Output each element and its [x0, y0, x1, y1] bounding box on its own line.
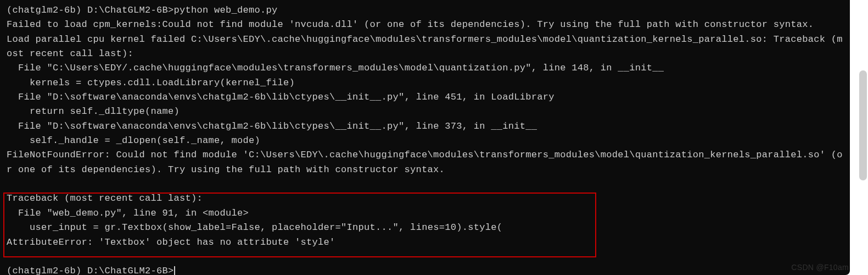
- terminal-output: (chatglm2-6b) D:\ChatGLM2-6B>python web_…: [7, 3, 843, 275]
- vertical-scrollbar[interactable]: [857, 0, 867, 275]
- terminal-line: AttributeError: 'Textbox' object has no …: [7, 237, 335, 248]
- terminal-line: FileNotFoundError: Could not find module…: [7, 150, 843, 174]
- terminal-line: File "D:\software\anaconda\envs\chatglm2…: [7, 92, 555, 102]
- terminal-line: File "C:\Users\EDY/.cache\huggingface\mo…: [7, 63, 664, 73]
- terminal-line: (chatglm2-6b) D:\ChatGLM2-6B>python web_…: [7, 5, 278, 15]
- terminal-line: Traceback (most recent call last):: [7, 193, 203, 204]
- terminal-line: Load parallel cpu kernel failed C:\Users…: [7, 34, 843, 59]
- terminal-line: user_input = gr.Textbox(show_label=False…: [7, 222, 502, 233]
- terminal-line: File "web_demo.py", line 91, in <module>: [7, 208, 249, 218]
- terminal-prompt[interactable]: (chatglm2-6b) D:\ChatGLM2-6B>: [7, 266, 174, 275]
- terminal-line: self._handle = _dlopen(self._name, mode): [7, 135, 260, 146]
- terminal-window[interactable]: (chatglm2-6b) D:\ChatGLM2-6B>python web_…: [0, 0, 850, 275]
- scrollbar-thumb[interactable]: [859, 70, 867, 180]
- terminal-line: kernels = ctypes.cdll.LoadLibrary(kernel…: [7, 78, 295, 88]
- terminal-line: File "D:\software\anaconda\envs\chatglm2…: [7, 121, 537, 131]
- terminal-line: Failed to load cpm_kernels:Could not fin…: [7, 19, 814, 30]
- terminal-line: return self._dlltype(name): [7, 106, 180, 117]
- cursor-icon: [174, 266, 175, 275]
- watermark-text: CSDN @F10am: [791, 262, 849, 274]
